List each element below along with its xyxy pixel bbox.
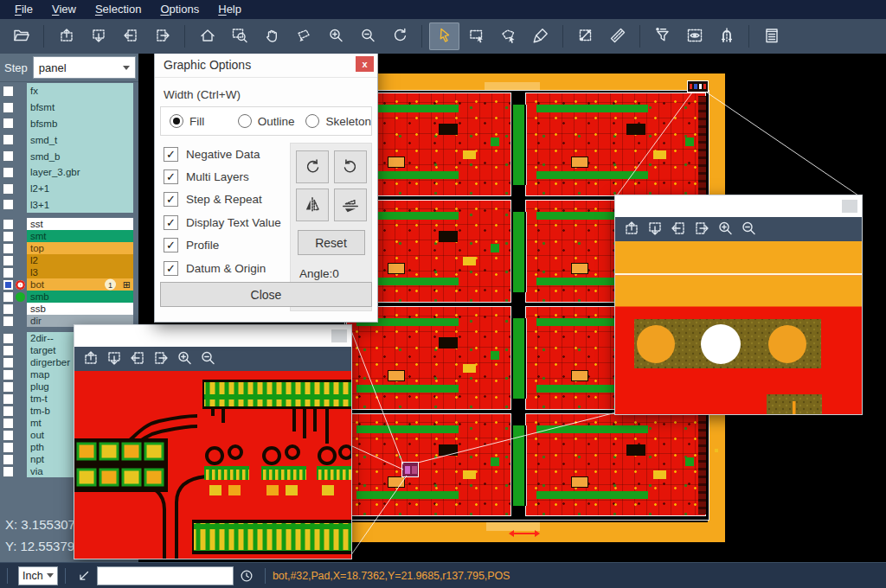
layer-visible-checkbox[interactable] xyxy=(3,316,14,327)
layer-row-l3+1[interactable]: l3+1 xyxy=(0,197,138,214)
layer-visible-checkbox[interactable] xyxy=(3,345,14,356)
checkbox-display-text-value[interactable]: ✓Display Text Value xyxy=(160,211,290,233)
rotate-cw-button[interactable] xyxy=(296,150,329,183)
layer-visible-checkbox[interactable] xyxy=(3,418,14,429)
menu-file[interactable]: File xyxy=(5,0,42,19)
layer-visible-checkbox[interactable] xyxy=(3,333,14,344)
brush-tool[interactable] xyxy=(525,22,555,50)
checkbox-profile[interactable]: ✓Profile xyxy=(160,234,290,257)
layer-row-bot[interactable]: bot1⊞ xyxy=(0,278,138,291)
layer-visible-checkbox[interactable] xyxy=(3,167,14,178)
pan-up-tool[interactable] xyxy=(51,22,81,50)
checkbox-multi-layers[interactable]: ✓Multi Layers xyxy=(160,165,290,188)
pan-right-tool[interactable] xyxy=(147,22,177,50)
layer-visible-checkbox[interactable] xyxy=(3,219,14,230)
measure-tool[interactable] xyxy=(570,22,600,50)
layer-visible-checkbox[interactable] xyxy=(3,279,14,291)
layer-visible-checkbox[interactable] xyxy=(3,369,14,380)
pan-down-tool[interactable] xyxy=(643,219,666,240)
ruler-tool[interactable] xyxy=(602,22,632,50)
layer-row-l2[interactable]: l2 xyxy=(0,254,138,266)
layer-row-smb[interactable]: smb xyxy=(0,291,138,303)
corner-pick-icon[interactable] xyxy=(76,568,92,584)
layer-row-smd_t[interactable]: smd_t xyxy=(0,131,138,148)
zoom-out-tool[interactable] xyxy=(196,348,219,369)
layer-visible-checkbox[interactable] xyxy=(3,442,14,453)
layer-row-ssb[interactable]: ssb xyxy=(0,303,138,315)
layer-visible-checkbox[interactable] xyxy=(3,381,14,393)
layer-visible-checkbox[interactable] xyxy=(3,243,14,254)
checkbox-step-repeat[interactable]: ✓Step & Repeat xyxy=(160,189,290,211)
layer-visible-checkbox[interactable] xyxy=(3,231,14,242)
layer-visible-checkbox[interactable] xyxy=(3,406,14,417)
close-icon[interactable]: x xyxy=(356,56,374,72)
layer-visible-checkbox[interactable] xyxy=(3,199,14,210)
zoom-in-tool[interactable] xyxy=(320,22,350,50)
layer-visible-checkbox[interactable] xyxy=(3,150,14,162)
magnified-pcb-view-right[interactable] xyxy=(615,241,862,414)
layer-visible-checkbox[interactable] xyxy=(3,255,14,266)
filter-tool[interactable] xyxy=(647,22,677,50)
layer-visible-checkbox[interactable] xyxy=(3,466,14,477)
layer-visible-checkbox[interactable] xyxy=(3,183,14,195)
unit-select[interactable]: Inch xyxy=(18,566,58,585)
zoom-out-tool[interactable] xyxy=(736,219,760,240)
radio-fill[interactable]: Fill xyxy=(170,114,229,128)
pan-hand-tool[interactable] xyxy=(256,22,286,50)
layer-visible-checkbox[interactable] xyxy=(3,267,14,278)
report-tool[interactable] xyxy=(756,22,786,50)
pan-right-tool[interactable] xyxy=(690,219,713,240)
layer-visible-checkbox[interactable] xyxy=(3,291,14,303)
command-input[interactable] xyxy=(97,566,234,585)
pan-left-tool[interactable] xyxy=(666,219,690,240)
zoom-popup-right-titlebar[interactable] xyxy=(615,195,862,217)
layer-row-sst[interactable]: sst xyxy=(0,218,138,230)
layer-visible-checkbox[interactable] xyxy=(3,454,14,465)
layer-row-smt[interactable]: smt xyxy=(0,230,138,242)
radio-outline[interactable]: Outline xyxy=(238,114,298,128)
flip-v-button[interactable] xyxy=(334,189,367,221)
menu-selection[interactable]: Selection xyxy=(86,0,151,19)
home-tool[interactable] xyxy=(192,22,222,50)
history-icon[interactable] xyxy=(239,568,254,584)
grid-icon[interactable]: ⊞ xyxy=(123,280,131,290)
snap-tool[interactable] xyxy=(711,22,742,50)
zoom-in-tool[interactable] xyxy=(713,219,736,240)
menu-options[interactable]: Options xyxy=(151,0,209,19)
zoom-popup-left-titlebar[interactable] xyxy=(74,325,351,347)
visibility-eye-tool[interactable] xyxy=(679,22,709,50)
pan-left-tool[interactable] xyxy=(125,348,149,369)
menu-help[interactable]: Help xyxy=(209,0,251,19)
layer-visible-checkbox[interactable] xyxy=(3,393,14,405)
menu-view[interactable]: View xyxy=(42,0,86,19)
pan-down-tool[interactable] xyxy=(83,22,113,50)
layer-row-layer_3.gbr[interactable]: layer_3.gbr xyxy=(0,164,138,181)
layer-visible-checkbox[interactable] xyxy=(3,357,14,368)
layer-row-l2+1[interactable]: l2+1 xyxy=(0,181,138,197)
popup-window-button[interactable] xyxy=(842,200,857,213)
checkbox-negative-data[interactable]: ✓Negative Data xyxy=(160,143,290,165)
magnified-pcb-view-left[interactable] xyxy=(74,371,351,559)
layer-visible-checkbox[interactable] xyxy=(3,86,14,97)
select-arrow-tool[interactable] xyxy=(429,22,459,50)
radio-skeleton[interactable]: Skeleton xyxy=(305,114,371,128)
step-select[interactable]: panel xyxy=(33,56,136,79)
dialog-close-button[interactable]: Close xyxy=(160,282,372,307)
dialog-titlebar[interactable]: Graphic Options x xyxy=(155,53,377,78)
rotate-ccw-button[interactable] xyxy=(334,150,367,183)
rect-select-tool[interactable] xyxy=(461,22,491,50)
pan-up-tool[interactable] xyxy=(79,348,102,369)
move-view-tool[interactable] xyxy=(288,22,318,50)
open-folder-tool[interactable] xyxy=(6,22,36,50)
pan-down-tool[interactable] xyxy=(102,348,125,369)
reset-button[interactable]: Reset xyxy=(298,230,365,255)
pan-left-tool[interactable] xyxy=(115,22,145,50)
layer-visible-checkbox[interactable] xyxy=(3,134,14,145)
pan-up-tool[interactable] xyxy=(620,219,643,240)
layer-row-smd_b[interactable]: smd_b xyxy=(0,148,138,164)
layer-row-bfsmb[interactable]: bfsmb xyxy=(0,116,138,132)
layer-visible-checkbox[interactable] xyxy=(3,430,14,441)
zoom-out-tool[interactable] xyxy=(352,22,382,50)
zoom-in-tool[interactable] xyxy=(172,348,196,369)
layer-row-l3[interactable]: l3 xyxy=(0,266,138,278)
